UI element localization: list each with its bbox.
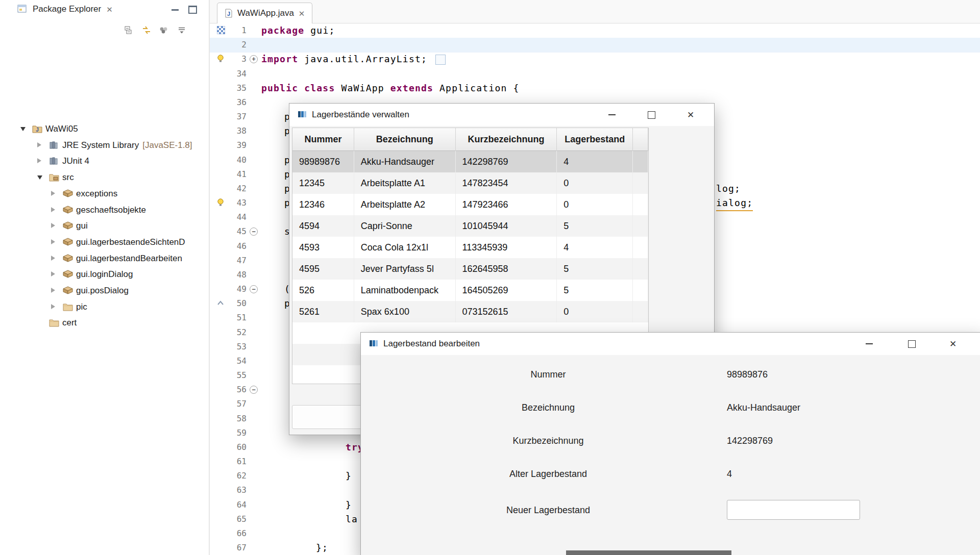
table-row-capri-sonne[interactable]: 4594Capri-Sonne1010459445 (292, 215, 648, 237)
line-number[interactable]: 54 (210, 354, 247, 368)
tab-wawiapp-java[interactable]: J WaWiApp.java ✕ (217, 3, 312, 23)
column-header-nummer[interactable]: Nummer (292, 128, 354, 151)
close-icon[interactable]: ✕ (299, 10, 305, 17)
fold-collapse-icon[interactable]: − (250, 228, 258, 236)
line-number[interactable]: 60 (210, 440, 247, 455)
line-number[interactable]: 3 (210, 52, 247, 66)
line-number[interactable]: 52 (210, 325, 247, 340)
tree-item-geschaeftsobjekte[interactable]: geschaeftsobjekte (0, 202, 209, 218)
tree-item-jre-system-library[interactable]: JRE System Library[JavaSE-1.8] (0, 137, 209, 154)
edit-partial-button[interactable] (566, 550, 731, 555)
link-with-editor-icon[interactable] (141, 26, 152, 37)
line-number[interactable]: 45 (210, 224, 247, 239)
line-number[interactable]: 41 (210, 167, 247, 182)
line-number[interactable]: 49 (210, 282, 247, 296)
close-icon[interactable]: ✕ (106, 6, 113, 13)
table-row-arbeitsplatte-a2[interactable]: 12346Arbeitsplatte A21479234660 (292, 194, 648, 215)
line-number[interactable]: 51 (210, 311, 247, 325)
view-menu-icon[interactable] (177, 26, 186, 36)
panel-divider[interactable] (209, 0, 210, 555)
line-number[interactable]: 34 (210, 67, 247, 81)
expand-arrow-icon[interactable] (51, 304, 55, 309)
stock-window-title: Lagerbestände verwalten (312, 104, 409, 126)
line-number[interactable]: 36 (210, 95, 247, 110)
line-number[interactable]: 59 (210, 426, 247, 440)
maximize-button[interactable] (904, 336, 919, 351)
line-number[interactable]: 42 (210, 182, 247, 196)
line-number[interactable]: 67 (210, 541, 247, 555)
column-header-lagerbestand[interactable]: Lagerbestand (557, 128, 633, 151)
expand-arrow-icon[interactable] (51, 223, 55, 228)
expand-arrow-icon[interactable] (37, 158, 41, 163)
expand-arrow-icon[interactable] (51, 256, 55, 261)
line-number[interactable]: 55 (210, 368, 247, 383)
line-number[interactable]: 2 (210, 38, 247, 52)
line-number[interactable]: 46 (210, 239, 247, 254)
line-number[interactable]: 43 (210, 196, 247, 210)
tree-item-pic[interactable]: pic (0, 299, 209, 315)
line-number[interactable]: 50 (210, 296, 247, 311)
line-number[interactable]: 35 (210, 81, 247, 95)
column-header-bezeichnung[interactable]: Bezeichnung (354, 128, 456, 151)
line-number[interactable]: 58 (210, 412, 247, 426)
tab-package-explorer[interactable]: Package Explorer ✕ (17, 4, 113, 14)
line-number[interactable]: 62 (210, 469, 247, 483)
line-number[interactable]: 53 (210, 340, 247, 354)
line-number[interactable]: 37 (210, 110, 247, 124)
tree-item-src[interactable]: src (0, 169, 209, 186)
line-number[interactable]: 48 (210, 268, 247, 282)
line-number[interactable]: 40 (210, 153, 247, 167)
line-number[interactable]: 63 (210, 483, 247, 497)
maximize-view-button[interactable] (186, 4, 199, 15)
line-number[interactable]: 57 (210, 397, 247, 411)
maximize-button[interactable] (644, 107, 659, 122)
tree-item-gui-logindialog[interactable]: gui.loginDialog (0, 266, 209, 283)
table-row-arbeitsplatte-a1[interactable]: 12345Arbeitsplatte A11478234540 (292, 172, 648, 194)
line-number[interactable]: 65 (210, 512, 247, 526)
tree-item-gui-posdialog[interactable]: gui.posDialog (0, 283, 209, 299)
tree-item-gui-lagerbestandbearbeiten[interactable]: gui.lagerbestandBearbeiten (0, 250, 209, 267)
fold-collapse-icon[interactable]: − (250, 285, 258, 293)
line-number[interactable]: 39 (210, 138, 247, 153)
tree-item-cert[interactable]: cert (0, 315, 209, 331)
line-number[interactable]: 61 (210, 455, 247, 469)
focus-icon[interactable] (159, 26, 170, 37)
collapse-all-icon[interactable] (124, 26, 134, 37)
expand-arrow-icon[interactable] (51, 239, 55, 244)
neuer-lagerbestand-input[interactable] (727, 500, 860, 520)
collapse-arrow-icon[interactable] (37, 175, 42, 180)
expand-arrow-icon[interactable] (51, 207, 55, 212)
minimize-button[interactable] (604, 107, 620, 122)
line-number[interactable]: 56 (210, 383, 247, 397)
line-number[interactable]: 38 (210, 124, 247, 138)
table-row-coca-cola-12x1l[interactable]: 4593Coca Cola 12x1l1133459394 (292, 237, 648, 258)
edit-window-titlebar[interactable]: Lagerbestand bearbeiten (361, 333, 980, 355)
collapse-arrow-icon[interactable] (20, 127, 26, 131)
expand-arrow-icon[interactable] (51, 191, 55, 196)
tree-item-exceptions[interactable]: exceptions (0, 186, 209, 202)
fold-expand-icon[interactable]: + (250, 55, 258, 63)
minimize-button[interactable] (862, 336, 877, 351)
table-row-akku-handsauger[interactable]: 98989876Akku-Handsauger1422987694 (292, 151, 648, 172)
table-row-jever-partyfass-5l[interactable]: 4595Jever Partyfass 5l1626459585 (292, 258, 648, 280)
tree-item-gui[interactable]: gui (0, 218, 209, 234)
line-number[interactable]: 64 (210, 498, 247, 512)
cell-filler (633, 172, 648, 194)
table-row-spax-6x100[interactable]: 5261Spax 6x1000731526150 (292, 301, 648, 322)
close-button[interactable]: ✕ (945, 336, 961, 351)
tree-item-wawi05[interactable]: JWaWi05 (0, 121, 209, 137)
expand-arrow-icon[interactable] (51, 288, 55, 293)
tree-item-junit-4[interactable]: JUnit 4 (0, 153, 209, 169)
column-header-kurzbezeichnung[interactable]: Kurzbezeichnung (456, 128, 557, 151)
line-number[interactable]: 1 (210, 23, 247, 38)
line-number[interactable]: 44 (210, 210, 247, 224)
expand-arrow-icon[interactable] (51, 271, 55, 276)
close-button[interactable]: ✕ (683, 107, 698, 122)
table-row-laminatbodenpack[interactable]: 526Laminatbodenpack1645052695 (292, 280, 648, 301)
expand-arrow-icon[interactable] (37, 142, 41, 147)
tree-item-gui-lagerbestaendesichtend[interactable]: gui.lagerbestaendeSichtenD (0, 234, 209, 250)
fold-collapse-icon[interactable]: − (250, 386, 258, 394)
minimize-view-button[interactable] (168, 4, 182, 15)
line-number[interactable]: 66 (210, 526, 247, 541)
line-number[interactable]: 47 (210, 254, 247, 268)
